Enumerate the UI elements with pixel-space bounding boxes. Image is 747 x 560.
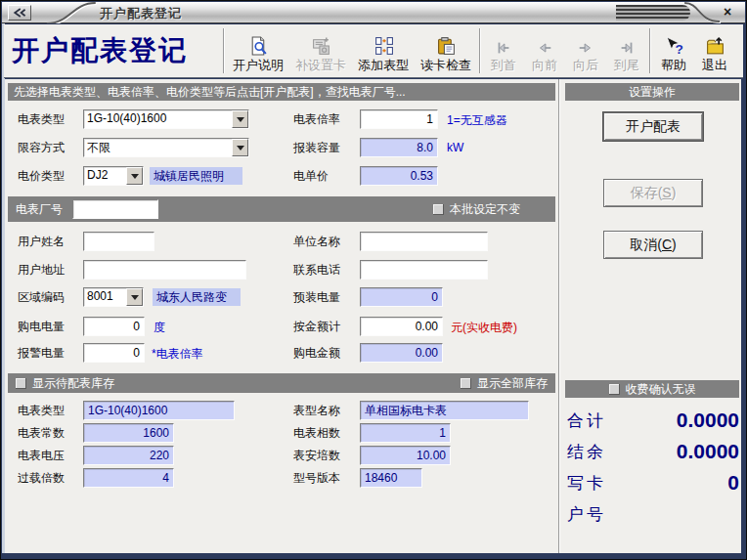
- voltage-label: 电表电压: [18, 448, 65, 463]
- overload-field: 4: [83, 468, 174, 488]
- close-icon[interactable]: ×: [719, 4, 736, 21]
- area-code-select[interactable]: 8001: [83, 287, 144, 307]
- capacity-label: 报装容量: [293, 140, 340, 155]
- unit-price-label: 电单价: [293, 168, 329, 184]
- exit-button[interactable]: 退出: [694, 24, 735, 77]
- write-card-label: 写卡: [567, 472, 606, 495]
- limit-mode-value: 不限: [84, 139, 232, 156]
- fee-confirm-label: 收费确认无误: [626, 381, 696, 398]
- meter-type-label: 电表类型: [18, 111, 65, 127]
- hint-bar: 先选择电表类型、电表倍率、电价类型等后点击[开户配表]，查找电表厂号...: [8, 83, 555, 101]
- price-type-select[interactable]: DJ2: [83, 166, 144, 186]
- overload-label: 过载倍数: [18, 470, 65, 486]
- buy-energy-unit: 度: [154, 320, 165, 336]
- price-type-value: DJ2: [84, 167, 126, 185]
- panel-divider: [558, 79, 560, 553]
- toolbar-button-label: 退出: [702, 57, 727, 74]
- toolbar-separator: [649, 28, 651, 73]
- side-panel-title: 设置操作: [629, 84, 676, 101]
- show-pending-stock-label: 显示待配表库存: [32, 375, 114, 392]
- chevron-down-icon[interactable]: [232, 139, 248, 156]
- alarm-energy-note: *电表倍率: [152, 346, 203, 363]
- page-title: 开户配表登记: [4, 24, 221, 77]
- area-code-label: 区域编码: [18, 289, 65, 305]
- exit-folder-icon: [705, 33, 725, 57]
- cancel-button-label: 取消(C): [630, 237, 676, 254]
- voltage-field: 220: [83, 446, 174, 465]
- meter-type-select[interactable]: 1G-10(40)1600: [83, 109, 249, 129]
- amperage-label: 表安培数: [293, 448, 340, 463]
- price-type-desc: 城镇居民照明: [150, 167, 242, 185]
- app-logo-icon[interactable]: [8, 5, 31, 21]
- account-no-label: 户号: [567, 503, 606, 526]
- batch-fixed-label: 本批设定不变: [450, 201, 520, 218]
- title-bar: 开户配表登记 ×: [2, 2, 745, 23]
- stock-meter-type-field: 1G-10(40)1600: [83, 401, 235, 420]
- toolbar-button-label: 到首: [491, 57, 516, 74]
- setup-card-button: 补设置卡: [289, 24, 352, 77]
- unit-price-field: 0.53: [360, 166, 438, 186]
- alarm-energy-input[interactable]: [83, 343, 145, 363]
- open-help-button[interactable]: 开户说明: [227, 24, 289, 77]
- address-label: 用户地址: [18, 262, 65, 278]
- chevron-down-icon[interactable]: [126, 288, 143, 306]
- fee-confirm-checkbox[interactable]: [609, 384, 620, 395]
- meter-serial-input[interactable]: [72, 199, 158, 219]
- add-model-button[interactable]: 添加表型: [352, 24, 415, 77]
- meter-serial-bar: 电表厂号 本批设定不变: [8, 196, 555, 222]
- total-row: 合计 0.0000: [567, 408, 739, 433]
- toolbar-separator: [479, 28, 481, 73]
- cancel-button[interactable]: 取消(C): [603, 231, 703, 259]
- model-version-field: 18460: [360, 468, 422, 488]
- to-first-arrow-icon: [494, 33, 513, 57]
- balance-label: 结余: [567, 441, 606, 463]
- phone-label: 联系电话: [293, 262, 340, 278]
- help-button[interactable]: ? 帮助: [653, 24, 694, 77]
- meter-ratio-label: 电表倍率: [293, 111, 340, 127]
- meter-const-label: 电表常数: [18, 425, 65, 441]
- help-cursor-icon: ?: [664, 33, 684, 57]
- card-plus-icon: [311, 33, 331, 57]
- stock-meter-type-label: 电表类型: [18, 403, 65, 418]
- batch-fixed-checkbox[interactable]: [433, 204, 444, 215]
- stock-bar: 显示待配表库存 显示全部库存: [8, 373, 555, 393]
- capacity-unit: kW: [447, 141, 463, 154]
- chevron-down-icon[interactable]: [232, 110, 248, 128]
- address-input[interactable]: [83, 260, 246, 280]
- assign-meter-button[interactable]: 开户配表: [603, 112, 703, 141]
- area-code-value: 8001: [84, 288, 126, 306]
- chevron-down-icon[interactable]: [126, 167, 143, 185]
- meter-ratio-input[interactable]: [360, 109, 438, 129]
- show-pending-stock-checkbox[interactable]: [16, 378, 26, 389]
- read-card-button[interactable]: 读卡检查: [415, 24, 477, 77]
- phone-input[interactable]: [360, 260, 488, 280]
- limit-mode-label: 限容方式: [18, 140, 65, 155]
- go-last-button: 到尾: [606, 24, 647, 77]
- toolbar-button-label: 帮助: [661, 57, 686, 74]
- go-next-button: 向后: [565, 24, 606, 77]
- fee-confirm-bar: 收费确认无误: [565, 380, 739, 398]
- go-prev-button: 向前: [524, 24, 565, 77]
- to-last-arrow-icon: [617, 33, 637, 57]
- user-name-input[interactable]: [83, 232, 154, 251]
- clipboard-icon: [436, 33, 457, 57]
- svg-text:?: ?: [675, 42, 682, 57]
- toolbar-separator: [223, 28, 225, 73]
- go-first-button: 到首: [483, 24, 524, 77]
- show-all-stock-checkbox[interactable]: [461, 378, 471, 389]
- account-no-row: 户号: [567, 501, 739, 527]
- app-window: 开户配表登记 × 开户配表登记 开户说明: [0, 0, 747, 560]
- org-name-input[interactable]: [360, 232, 488, 251]
- document-magnifier-icon: [248, 33, 269, 57]
- titlebar-stripes: [616, 5, 690, 21]
- by-amount-label: 按金额计: [293, 319, 340, 334]
- limit-mode-select[interactable]: 不限: [83, 138, 249, 157]
- by-amount-input[interactable]: [360, 317, 443, 336]
- prev-arrow-icon: [535, 33, 554, 57]
- hint-text: 先选择电表类型、电表倍率、电价类型等后点击[开户配表]，查找电表厂号...: [14, 84, 406, 101]
- window-title: 开户配表登记: [100, 5, 182, 22]
- model-name-field: 单相国标电卡表: [360, 401, 529, 420]
- buy-energy-input[interactable]: [83, 317, 145, 336]
- user-name-label: 用户姓名: [18, 234, 65, 249]
- preset-energy-field: 0: [360, 287, 443, 307]
